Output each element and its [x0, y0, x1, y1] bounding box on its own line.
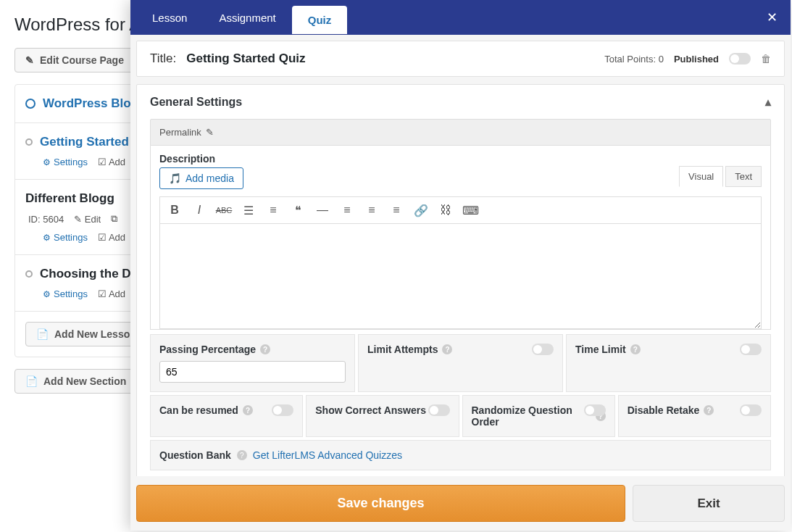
- add-section-label: Add New Section: [43, 375, 126, 387]
- lesson-settings-link[interactable]: ⚙Settings: [43, 232, 88, 243]
- general-settings-section: General Settings ▴ Permalink ✎ Descripti…: [136, 84, 785, 476]
- gear-icon: ⚙: [43, 289, 51, 299]
- help-icon[interactable]: ?: [704, 405, 714, 415]
- setting-label: Passing Percentage: [159, 344, 256, 355]
- quiz-title-value[interactable]: Getting Started Quiz: [186, 51, 594, 66]
- help-icon[interactable]: ?: [243, 405, 253, 415]
- limit-attempts-toggle[interactable]: [532, 344, 554, 355]
- help-icon[interactable]: ?: [630, 344, 641, 354]
- can-be-resumed-toggle[interactable]: [272, 404, 293, 416]
- add-media-button[interactable]: 🎵 Add media: [159, 167, 243, 189]
- section-header[interactable]: General Settings ▴: [137, 85, 784, 119]
- lesson-add-link[interactable]: ☑ Add: [98, 288, 125, 299]
- editor-tab-visual[interactable]: Visual: [679, 166, 723, 187]
- editor-tab-text[interactable]: Text: [725, 166, 762, 187]
- lesson-title: Different Blogg: [25, 191, 114, 206]
- description-editor[interactable]: [159, 224, 762, 329]
- help-icon[interactable]: ?: [442, 344, 452, 354]
- lesson-edit-link[interactable]: ✎ Edit: [74, 214, 101, 225]
- setting-label: Time Limit: [575, 344, 626, 355]
- question-bank-link[interactable]: Get LifterLMS Advanced Quizzes: [253, 449, 402, 461]
- link-icon[interactable]: 🔗: [414, 203, 428, 217]
- published-toggle[interactable]: [729, 53, 751, 65]
- caret-up-icon: ▴: [765, 95, 771, 109]
- modal-footer: Save changes Exit: [130, 476, 791, 531]
- align-left-icon[interactable]: ≡: [340, 203, 354, 217]
- setting-label: Show Correct Answers: [315, 404, 426, 416]
- add-media-label: Add media: [186, 173, 234, 184]
- gear-icon: ⚙: [43, 233, 51, 243]
- pencil-icon: ✎: [206, 127, 214, 138]
- lesson-id: ID: 5604: [28, 214, 64, 225]
- disable-retake-toggle[interactable]: [740, 404, 762, 416]
- align-right-icon[interactable]: ≡: [389, 203, 404, 217]
- passing-percentage-input[interactable]: [159, 361, 346, 383]
- permalink-row[interactable]: Permalink ✎: [150, 119, 771, 146]
- time-limit-toggle[interactable]: [740, 344, 762, 355]
- setting-label: Limit Attempts: [367, 344, 438, 355]
- question-bank-row: Question Bank ? Get LifterLMS Advanced Q…: [150, 440, 771, 470]
- save-changes-button[interactable]: Save changes: [136, 485, 625, 522]
- bullet-list-icon[interactable]: ☰: [241, 203, 256, 217]
- section-title: General Settings: [150, 96, 242, 109]
- question-bank-label: Question Bank: [159, 449, 231, 461]
- pencil-icon: ✎: [25, 54, 34, 66]
- section-title: WordPress Blog: [43, 96, 138, 111]
- setting-label: Can be resumed: [159, 404, 238, 416]
- lesson-title: Getting Started: [40, 135, 129, 149]
- tab-assignment[interactable]: Assignment: [203, 1, 291, 34]
- toolbar-toggle-icon[interactable]: ⌨: [463, 203, 478, 217]
- strikethrough-icon[interactable]: ABC: [217, 203, 231, 217]
- quiz-title-bar: Title: Getting Started Quiz Total Points…: [136, 41, 785, 77]
- hr-icon[interactable]: —: [315, 203, 330, 217]
- tab-lesson[interactable]: Lesson: [136, 1, 203, 34]
- add-new-lesson-button[interactable]: 📄 Add New Lesson: [25, 322, 147, 346]
- edit-course-page-button[interactable]: ✎ Edit Course Page: [14, 48, 135, 72]
- bold-icon[interactable]: B: [167, 203, 182, 217]
- lesson-title: Choosing the D: [40, 267, 131, 281]
- setting-show-correct-answers: Show Correct Answers ?: [306, 395, 459, 437]
- setting-label: Disable Retake: [628, 404, 700, 416]
- media-icon: 🎵: [169, 173, 181, 184]
- published-label: Published: [674, 54, 719, 65]
- file-icon: 📄: [36, 328, 49, 340]
- editor-toolbar: B I ABC ☰ ≡ ❝ — ≡ ≡ ≡ 🔗 ⛓ ⌨: [159, 196, 762, 224]
- setting-label: Randomize Question Order: [472, 404, 591, 428]
- trash-icon[interactable]: 🗑: [761, 53, 771, 65]
- external-link-icon[interactable]: ⧉: [111, 213, 117, 225]
- unlink-icon[interactable]: ⛓: [438, 203, 453, 217]
- lesson-add-link[interactable]: ☑ Add: [98, 157, 125, 167]
- lesson-add-link[interactable]: ☑ Add: [98, 232, 125, 243]
- tab-quiz[interactable]: Quiz: [292, 6, 348, 34]
- quiz-editor-modal: Lesson Assignment Quiz ✕ Title: Getting …: [130, 0, 791, 531]
- file-icon: 📄: [25, 375, 38, 387]
- help-icon[interactable]: ?: [237, 450, 247, 460]
- quote-icon[interactable]: ❝: [291, 203, 305, 217]
- randomize-question-order-toggle[interactable]: [584, 404, 606, 416]
- add-lesson-label: Add New Lesson: [54, 328, 136, 340]
- exit-button[interactable]: Exit: [633, 485, 785, 522]
- italic-icon[interactable]: I: [192, 203, 207, 217]
- lesson-marker-icon: [25, 138, 33, 146]
- numbered-list-icon[interactable]: ≡: [266, 203, 280, 217]
- align-center-icon[interactable]: ≡: [364, 203, 379, 217]
- setting-can-be-resumed: Can be resumed ?: [150, 395, 303, 437]
- title-label: Title:: [150, 51, 176, 66]
- lesson-marker-icon: [25, 270, 33, 278]
- lesson-settings-link[interactable]: ⚙Settings: [43, 288, 88, 299]
- show-correct-answers-toggle[interactable]: [428, 404, 450, 416]
- help-icon[interactable]: ?: [260, 344, 270, 354]
- edit-course-label: Edit Course Page: [40, 54, 124, 66]
- setting-randomize-question-order: Randomize Question Order ?: [462, 395, 615, 437]
- permalink-label: Permalink: [159, 127, 201, 138]
- description-label: Description: [159, 153, 762, 165]
- setting-time-limit: Time Limit ?: [566, 334, 771, 392]
- gear-icon: ⚙: [43, 157, 51, 167]
- modal-tabs: Lesson Assignment Quiz ✕: [130, 0, 791, 35]
- setting-limit-attempts: Limit Attempts ?: [358, 334, 563, 392]
- add-new-section-button[interactable]: 📄 Add New Section: [14, 369, 137, 394]
- setting-disable-retake: Disable Retake ?: [618, 395, 771, 437]
- close-icon[interactable]: ✕: [767, 9, 778, 25]
- total-points: Total Points: 0: [604, 54, 664, 65]
- lesson-settings-link[interactable]: ⚙Settings: [43, 157, 88, 167]
